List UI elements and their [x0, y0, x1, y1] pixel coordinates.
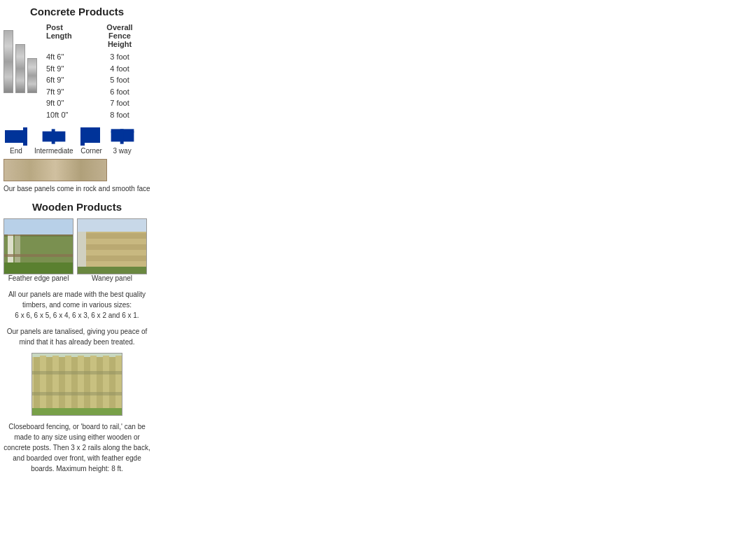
post-type-3way: 3 way — [110, 127, 135, 155]
intermediate-icon — [41, 127, 66, 146]
concrete-section: Concrete Products Post Length Overall Fe… — [0, 6, 154, 194]
svg-rect-40 — [84, 357, 90, 409]
post-height: 4 foot — [99, 63, 141, 75]
post-length: 4ft 6" — [46, 51, 85, 63]
3way-icon — [110, 127, 135, 146]
post-tall — [3, 30, 13, 93]
svg-rect-6 — [80, 127, 100, 132]
panel-desc-1: All our panels are made with the best qu… — [3, 289, 150, 321]
waney-label: Waney panel — [77, 274, 147, 282]
svg-rect-9 — [111, 129, 134, 132]
waney-panel-container: Waney panel — [77, 218, 147, 286]
panel-desc-2: Our panels are tanalised, giving you pea… — [3, 326, 150, 347]
end-label: End — [10, 147, 22, 155]
post-type-intermediate: Intermediate — [34, 127, 73, 155]
svg-rect-3 — [52, 129, 55, 144]
post-length: 10ft 0" — [46, 109, 85, 121]
post-length: 7ft 9" — [46, 86, 85, 98]
svg-rect-22 — [85, 239, 147, 244]
col2-header: Overall Fence Height — [99, 23, 141, 48]
post-height: 3 foot — [99, 51, 141, 63]
feather-edge-image — [3, 218, 73, 274]
svg-rect-25 — [85, 255, 147, 261]
post-images — [3, 30, 39, 93]
wooden-title: Wooden Products — [3, 201, 150, 213]
table-headers: Post Length Overall Fence Height — [46, 23, 141, 48]
svg-rect-0 — [5, 130, 24, 143]
post-length: 9ft 0" — [46, 97, 85, 109]
post-height: 5 foot — [99, 74, 141, 86]
svg-rect-35 — [52, 356, 59, 409]
intermediate-label: Intermediate — [34, 147, 73, 155]
post-length: 6ft 9" — [46, 74, 85, 86]
svg-rect-32 — [34, 357, 40, 410]
base-panel-text: Our base panels come in rock and smooth … — [3, 184, 150, 194]
post-type-corner: Corner — [79, 127, 104, 155]
table-row: 4ft 6"3 foot — [46, 51, 141, 63]
svg-rect-21 — [85, 233, 147, 239]
svg-rect-38 — [71, 357, 78, 409]
col1-header: Post Length — [46, 23, 85, 48]
3way-label: 3 way — [113, 147, 132, 155]
closeboard-description: Closeboard fencing, or 'board to rail,' … — [3, 421, 150, 474]
post-length: 5ft 9" — [46, 63, 85, 75]
table-row: 7ft 9"6 foot — [46, 86, 141, 98]
closeboard-svg — [32, 354, 122, 416]
post-mid — [15, 44, 25, 93]
svg-rect-37 — [65, 356, 71, 409]
feather-label: Feather edge panel — [3, 274, 73, 282]
svg-rect-1 — [23, 127, 27, 146]
corner-label: Corner — [80, 147, 102, 155]
base-panel-image — [3, 159, 107, 181]
post-height: 7 foot — [99, 97, 141, 109]
post-height: 6 foot — [99, 86, 141, 98]
end-icon — [3, 127, 29, 146]
table-row: 5ft 9"4 foot — [46, 63, 141, 75]
post-types: End Intermediate Corner — [3, 127, 150, 155]
svg-rect-48 — [32, 408, 122, 416]
feather-panel-container: Feather edge panel — [3, 218, 73, 286]
post-length-table: Post Length Overall Fence Height 4ft 6"3… — [46, 23, 141, 120]
svg-rect-39 — [78, 356, 84, 409]
svg-rect-36 — [59, 357, 65, 409]
svg-rect-43 — [103, 356, 109, 409]
svg-rect-46 — [32, 371, 122, 374]
svg-rect-29 — [78, 267, 147, 274]
svg-rect-24 — [85, 250, 147, 255]
svg-rect-45 — [115, 356, 122, 409]
svg-rect-47 — [32, 392, 122, 396]
table-rows: 4ft 6"3 foot5ft 9"4 foot6ft 9"5 foot7ft … — [46, 51, 141, 120]
waney-svg — [78, 219, 147, 274]
post-table-area: Post Length Overall Fence Height 4ft 6"3… — [3, 23, 150, 120]
svg-rect-17 — [4, 219, 73, 234]
closeboard-image — [31, 353, 122, 416]
post-short — [27, 58, 37, 93]
wooden-section: Wooden Products — [0, 201, 154, 474]
svg-rect-23 — [85, 244, 147, 250]
product-images-row: Feather edge panel — [3, 218, 150, 286]
svg-rect-16 — [4, 262, 73, 274]
svg-rect-33 — [40, 356, 46, 410]
svg-rect-19 — [78, 219, 147, 233]
svg-rect-41 — [90, 356, 97, 409]
svg-rect-42 — [97, 357, 103, 409]
svg-rect-34 — [46, 357, 52, 409]
post-type-end: End — [3, 127, 29, 155]
svg-rect-15 — [4, 254, 73, 257]
svg-rect-26 — [85, 261, 147, 267]
concrete-title: Concrete Products — [3, 6, 150, 18]
feather-edge-svg — [4, 219, 73, 274]
table-row: 10ft 0"8 foot — [46, 109, 141, 121]
table-row: 6ft 9"5 foot — [46, 74, 141, 86]
table-row: 9ft 0"7 foot — [46, 97, 141, 109]
corner-icon — [79, 127, 104, 146]
svg-rect-44 — [109, 357, 115, 409]
post-height: 8 foot — [99, 109, 141, 121]
waney-panel-image — [77, 218, 147, 274]
